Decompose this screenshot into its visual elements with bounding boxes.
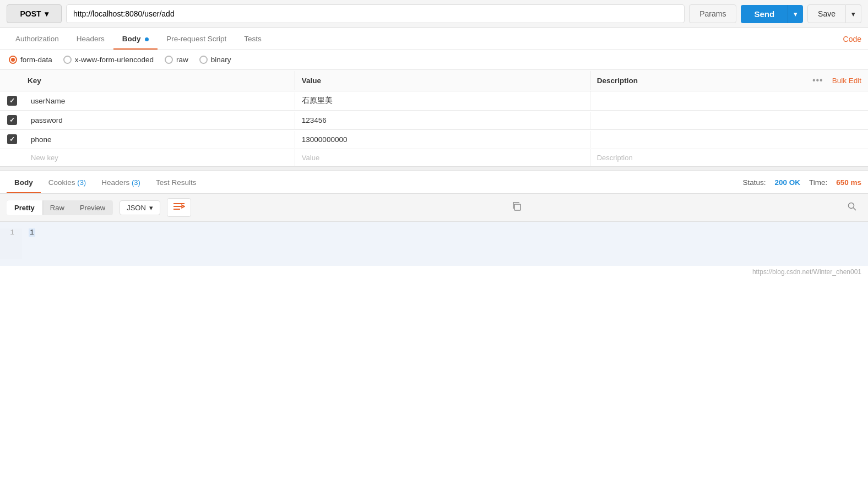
svg-line-5 [853,208,856,211]
json-type-select[interactable]: JSON ▾ [120,200,160,215]
col-header-description: Description [590,71,806,90]
wrap-button[interactable] [167,198,191,217]
search-button[interactable] [843,198,861,217]
url-input[interactable] [66,4,685,23]
line-numbers: 1 [0,228,22,259]
params-button[interactable]: Params [689,4,736,23]
table-row: userName 石原里美 [0,91,868,111]
radio-circle-binary [199,56,208,64]
method-button[interactable]: POST ▾ [7,4,62,23]
code-content: 1 [22,228,42,259]
save-group: Save ▾ [807,4,861,23]
search-icon [847,201,857,211]
key-cell-1: userName [24,92,295,110]
method-label: POST [20,9,41,18]
resp-tab-headers[interactable]: Headers (3) [94,172,148,193]
tab-pre-request-script[interactable]: Pre-request Script [158,28,235,50]
cookies-badge: (3) [77,178,86,187]
radio-circle-form-data [9,56,17,64]
radio-x-www-form-urlencoded[interactable]: x-www-form-urlencoded [63,56,154,64]
table-row: password 123456 [0,111,868,130]
radio-binary[interactable]: binary [199,56,231,64]
checkbox-username[interactable] [7,96,17,106]
response-status: Status: 200 OK Time: 650 ms [742,178,861,187]
new-row: New key Value Description [0,149,868,166]
send-group: Send ▾ [741,5,803,23]
radio-form-data[interactable]: form-data [9,56,52,64]
col-header-key: Key [0,71,295,90]
tab-headers[interactable]: Headers [68,28,113,50]
resp-tab-body[interactable]: Body [7,172,41,193]
checkbox-phone[interactable] [7,134,17,144]
resp-tab-cookies[interactable]: Cookies (3) [41,172,94,193]
status-value: 200 OK [774,178,800,187]
resp-tab-test-results[interactable]: Test Results [148,172,204,193]
code-area: 1 1 [0,222,868,266]
headers-badge: (3) [132,178,140,187]
more-icon[interactable]: ••• [812,75,823,85]
desc-cell-3 [590,135,868,144]
table-row: phone 13000000000 [0,130,868,149]
wrap-icon [173,202,185,211]
bulk-edit-button[interactable]: Bulk Edit [832,77,861,85]
radio-raw[interactable]: raw [165,56,188,64]
footer: https://blog.csdn.net/Winter_chen001 [0,266,868,278]
form-data-table: Key Value Description ••• Bulk Edit user… [0,70,868,166]
send-button[interactable]: Send [741,5,788,23]
radio-circle-urlencoded [63,56,72,64]
copy-button[interactable] [507,198,526,217]
save-dropdown-button[interactable]: ▾ [846,4,861,23]
time-value: 650 ms [836,178,861,187]
send-dropdown-button[interactable]: ▾ [788,5,803,23]
save-button[interactable]: Save [807,4,846,23]
table-actions: ••• Bulk Edit [806,70,868,91]
body-type-row: form-data x-www-form-urlencoded raw bina… [0,50,868,70]
radio-circle-raw [165,56,173,64]
desc-cell-1 [590,96,868,105]
table-header: Key Value Description ••• Bulk Edit [0,70,868,91]
desc-cell-2 [590,116,868,124]
new-key-placeholder[interactable]: New key [24,149,295,166]
new-row-checkbox-spacer [0,154,24,162]
col-header-value: Value [295,71,590,90]
checkbox-cell-3[interactable] [0,130,24,149]
value-cell-3: 13000000000 [295,131,590,148]
checkbox-cell-2[interactable] [0,111,24,129]
method-dropdown-icon: ▾ [45,9,48,18]
value-cell-2: 123456 [295,112,590,129]
new-value-placeholder[interactable]: Value [295,149,590,166]
format-raw-button[interactable]: Raw [42,200,72,215]
format-group: Pretty Raw Preview [7,200,113,215]
key-cell-2: password [24,112,295,129]
json-dropdown-icon: ▾ [149,204,153,212]
new-desc-placeholder[interactable]: Description [590,149,868,166]
format-pretty-button[interactable]: Pretty [7,200,42,215]
checkbox-cell-1[interactable] [0,91,24,110]
time-label: Time: [809,178,827,187]
checkbox-password[interactable] [7,115,17,125]
tab-authorization[interactable]: Authorization [7,28,68,50]
response-tabs: Body Cookies (3) Headers (3) Test Result… [0,172,868,194]
svg-rect-3 [514,204,520,210]
svg-point-4 [848,203,854,209]
code-link[interactable]: Code [843,35,861,43]
top-bar: POST ▾ Params Send ▾ Save ▾ [0,0,868,28]
status-label: Status: [742,178,766,187]
tab-body[interactable]: Body [113,28,158,50]
code-line-1: 1 [29,228,35,237]
body-active-dot [145,37,149,41]
format-bar: Pretty Raw Preview JSON ▾ [0,194,868,222]
value-cell-1: 石原里美 [295,91,590,110]
section-divider [0,166,868,171]
tab-tests[interactable]: Tests [235,28,270,50]
format-preview-button[interactable]: Preview [72,200,113,215]
request-tabs: Authorization Headers Body Pre-request S… [0,28,868,50]
copy-icon [512,201,522,211]
footer-text: https://blog.csdn.net/Winter_chen001 [752,268,861,276]
key-cell-3: phone [24,131,295,148]
